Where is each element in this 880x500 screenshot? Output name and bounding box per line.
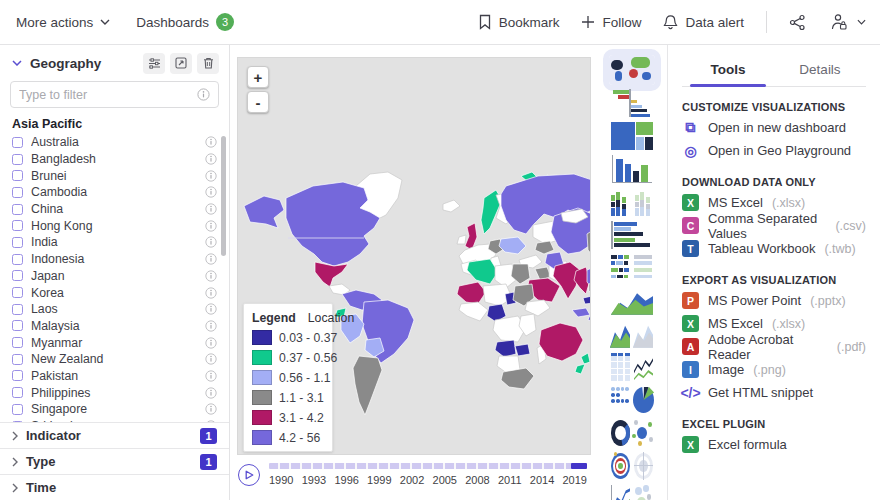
year-label[interactable]: 1990 xyxy=(269,474,293,486)
sidebar-item-type[interactable]: Type 1 xyxy=(0,448,229,474)
year-label[interactable]: 2014 xyxy=(530,474,554,486)
country-row[interactable]: Pakistan xyxy=(0,368,229,385)
tool-item[interactable]: A Adobe Acrobat Reader (.pdf) xyxy=(682,335,866,358)
country-checkbox[interactable] xyxy=(12,337,23,348)
year-label[interactable]: 1993 xyxy=(302,474,326,486)
country-row[interactable]: Australia xyxy=(0,134,229,151)
country-row[interactable]: New Zealand xyxy=(0,351,229,368)
country-checkbox[interactable] xyxy=(12,254,23,265)
info-icon[interactable] xyxy=(205,353,217,365)
country-checkbox[interactable] xyxy=(12,220,23,231)
country-checkbox[interactable] xyxy=(12,187,23,198)
timeline-thumb[interactable] xyxy=(571,463,587,469)
line-and-bubble-thumbnail[interactable] xyxy=(609,484,655,500)
bookmark-button[interactable]: Bookmark xyxy=(478,14,560,30)
country-row[interactable]: Brunei xyxy=(0,167,229,184)
share-button[interactable] xyxy=(789,14,806,31)
filter-sliders-icon[interactable] xyxy=(143,53,165,74)
country-row[interactable]: Sri Lanka xyxy=(0,418,229,422)
country-row[interactable]: Korea xyxy=(0,284,229,301)
info-icon[interactable] xyxy=(205,170,217,182)
country-row[interactable]: Myanmar xyxy=(0,334,229,351)
play-button[interactable] xyxy=(238,464,260,486)
stacked-bars-thumbnail[interactable] xyxy=(609,253,655,283)
country-row[interactable]: Hong Kong xyxy=(0,217,229,234)
trash-icon[interactable] xyxy=(197,53,219,74)
map-zoom-in-button[interactable]: + xyxy=(247,66,269,88)
timeline-track[interactable] xyxy=(269,463,587,469)
year-label[interactable]: 2019 xyxy=(563,474,587,486)
country-checkbox[interactable] xyxy=(12,304,23,315)
country-row[interactable]: Bangladesh xyxy=(0,151,229,168)
info-icon[interactable] xyxy=(205,253,217,265)
country-checkbox[interactable] xyxy=(12,404,23,415)
info-icon[interactable] xyxy=(205,236,217,248)
info-icon[interactable] xyxy=(205,186,217,198)
info-icon[interactable] xyxy=(205,153,217,165)
info-icon[interactable] xyxy=(205,220,217,232)
dot-matrix-and-pie-thumbnail[interactable] xyxy=(609,385,655,415)
country-row[interactable]: Japan xyxy=(0,268,229,285)
diverging-bar-thumbnail[interactable] xyxy=(609,88,655,118)
account-menu-button[interactable] xyxy=(828,13,866,31)
year-label[interactable]: 1996 xyxy=(334,474,358,486)
donut-and-bubble-thumbnail[interactable] xyxy=(609,418,655,448)
country-checkbox[interactable] xyxy=(12,320,23,331)
world-map-thumbnail[interactable] xyxy=(609,55,655,85)
year-label[interactable]: 2005 xyxy=(433,474,457,486)
country-row[interactable]: China xyxy=(0,201,229,218)
country-checkbox[interactable] xyxy=(12,370,23,381)
sidebar-item-time[interactable]: Time xyxy=(0,474,229,500)
tool-item[interactable]: X Excel formula xyxy=(682,433,866,456)
tab[interactable]: Tools xyxy=(682,57,774,86)
info-icon[interactable] xyxy=(205,403,217,415)
chevron-down-icon[interactable] xyxy=(12,60,22,66)
info-icon[interactable] xyxy=(205,287,217,299)
info-icon[interactable] xyxy=(205,303,217,315)
stacked-columns-thumbnail[interactable] xyxy=(609,187,655,217)
country-checkbox[interactable] xyxy=(12,354,23,365)
country-row[interactable]: Malaysia xyxy=(0,318,229,335)
map-zoom-out-button[interactable]: - xyxy=(247,91,269,113)
data-alert-button[interactable]: Data alert xyxy=(663,14,744,30)
info-icon[interactable] xyxy=(205,387,217,399)
tab[interactable]: Details xyxy=(774,57,866,86)
info-icon[interactable] xyxy=(205,370,217,382)
column-chart-thumbnail[interactable] xyxy=(609,154,655,184)
info-icon[interactable] xyxy=(205,270,217,282)
country-row[interactable]: Indonesia xyxy=(0,251,229,268)
country-row[interactable]: Singapore xyxy=(0,401,229,418)
tool-item[interactable]: ◎ Open in Geo Playground xyxy=(682,139,866,162)
year-label[interactable]: 2002 xyxy=(400,474,424,486)
year-label[interactable]: 2008 xyxy=(465,474,489,486)
country-checkbox[interactable] xyxy=(12,137,23,148)
country-checkbox[interactable] xyxy=(12,421,23,422)
choropleth-map[interactable]: + - Legend Location 0.03 - 0.37 xyxy=(237,57,591,455)
info-icon[interactable] xyxy=(205,203,217,215)
tool-item[interactable]: </> Get HTML snippet xyxy=(682,381,866,404)
tool-item[interactable]: C Comma Separated Values (.csv) xyxy=(682,214,866,237)
area-charts-compare-thumbnail[interactable] xyxy=(609,319,655,349)
country-checkbox[interactable] xyxy=(12,154,23,165)
geography-filter-input[interactable] xyxy=(19,88,197,102)
area-chart-thumbnail[interactable] xyxy=(609,286,655,316)
radial-and-radar-thumbnail[interactable] xyxy=(609,451,655,481)
country-row[interactable]: Laos xyxy=(0,301,229,318)
info-icon[interactable] xyxy=(205,320,217,332)
follow-button[interactable]: Follow xyxy=(581,15,641,30)
country-checkbox[interactable] xyxy=(12,387,23,398)
year-label[interactable]: 1999 xyxy=(367,474,391,486)
country-checkbox[interactable] xyxy=(12,237,23,248)
country-row[interactable]: Philippines xyxy=(0,384,229,401)
more-actions-button[interactable]: More actions xyxy=(16,15,110,30)
horizontal-bars-thumbnail[interactable] xyxy=(609,220,655,250)
country-checkbox[interactable] xyxy=(12,204,23,215)
treemap-thumbnail[interactable] xyxy=(609,121,655,151)
sidebar-scrollbar[interactable] xyxy=(221,136,226,256)
country-row[interactable]: Cambodia xyxy=(0,184,229,201)
geography-filter-field[interactable] xyxy=(10,81,219,108)
tool-item[interactable]: P MS Power Point (.pptx) xyxy=(682,289,866,312)
info-icon[interactable] xyxy=(205,337,217,349)
country-checkbox[interactable] xyxy=(12,170,23,181)
dashboards-button[interactable]: Dashboards 3 xyxy=(136,13,234,31)
